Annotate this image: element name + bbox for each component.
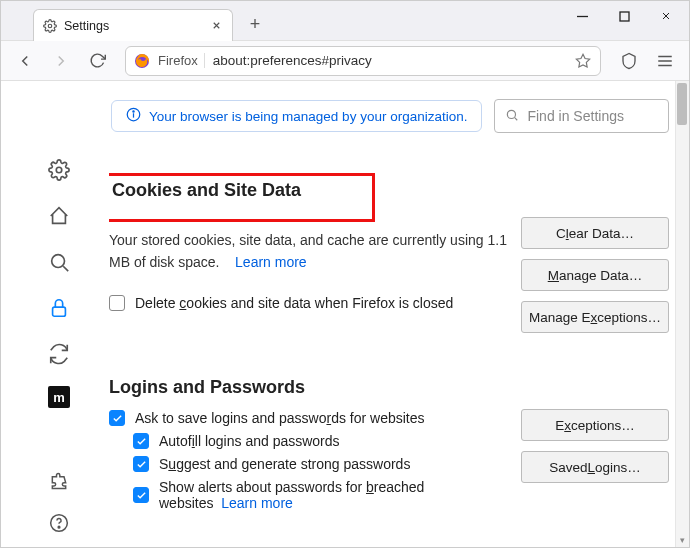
app-menu-button[interactable] <box>651 47 679 75</box>
svg-rect-1 <box>620 12 629 21</box>
settings-panel: Cookies and Site Data Your stored cookie… <box>109 171 669 547</box>
scroll-down-arrow[interactable]: ▾ <box>675 533 689 547</box>
sidebar-item-privacy[interactable] <box>45 294 73 322</box>
logins-heading: Logins and Passwords <box>109 377 513 398</box>
find-in-settings[interactable]: Find in Settings <box>494 99 669 133</box>
cookies-usage-line1: Your stored cookies, site data, and cach… <box>109 230 513 252</box>
close-window-button[interactable] <box>645 1 687 31</box>
sidebar-item-help[interactable] <box>45 509 73 537</box>
title-bar: Settings + <box>1 1 689 41</box>
breach-alerts-label: Show alerts about passwords for breached… <box>159 479 513 511</box>
url-text: about:preferences#privacy <box>213 53 566 68</box>
sidebar-item-home[interactable] <box>45 202 73 230</box>
autofill-logins-label: Autofill logins and passwords <box>159 433 340 449</box>
navigation-toolbar: Firefox about:preferences#privacy <box>1 41 689 81</box>
suggest-passwords-checkbox[interactable] <box>133 456 149 472</box>
settings-content: Your browser is being managed by your or… <box>1 81 689 547</box>
new-tab-button[interactable]: + <box>241 10 269 38</box>
sidebar-item-extensions[interactable] <box>45 467 73 495</box>
svg-line-8 <box>515 117 518 120</box>
url-bar[interactable]: Firefox about:preferences#privacy <box>125 46 601 76</box>
reload-button[interactable] <box>83 47 111 75</box>
search-icon <box>505 108 519 125</box>
highlight-annotation: Cookies and Site Data <box>109 173 375 222</box>
svg-point-10 <box>52 255 65 268</box>
svg-point-9 <box>56 167 62 173</box>
tab-title: Settings <box>64 19 202 33</box>
breach-learn-more-link[interactable]: Learn more <box>221 495 293 511</box>
svg-point-14 <box>58 526 60 528</box>
svg-line-11 <box>63 266 68 271</box>
breach-alerts-checkbox[interactable] <box>133 487 149 503</box>
scrollbar-track[interactable] <box>675 81 689 547</box>
bookmark-star-icon[interactable] <box>574 52 592 70</box>
svg-rect-12 <box>53 307 66 316</box>
autofill-logins-checkbox[interactable] <box>133 433 149 449</box>
back-button[interactable] <box>11 47 39 75</box>
close-tab-button[interactable] <box>208 18 224 34</box>
settings-sidebar: m <box>39 156 79 408</box>
cookies-learn-more-link[interactable]: Learn more <box>235 254 307 270</box>
banner-text: Your browser is being managed by your or… <box>149 109 467 124</box>
logins-exceptions-button[interactable]: Exceptions… <box>521 409 669 441</box>
sidebar-footer <box>39 467 79 537</box>
cookies-heading: Cookies and Site Data <box>112 180 366 201</box>
manage-data-button[interactable]: Manage Data… <box>521 259 669 291</box>
identity-label: Firefox <box>158 53 205 68</box>
pocket-button[interactable] <box>615 47 643 75</box>
delete-on-close-label: Delete cookies and site data when Firefo… <box>135 295 453 311</box>
browser-tab-settings[interactable]: Settings <box>33 9 233 41</box>
ask-save-logins-checkbox[interactable] <box>109 410 125 426</box>
svg-point-0 <box>48 24 52 28</box>
saved-logins-button[interactable]: Saved Logins… <box>521 451 669 483</box>
manage-exceptions-button[interactable]: Manage Exceptions… <box>521 301 669 333</box>
maximize-button[interactable] <box>603 1 645 31</box>
svg-marker-3 <box>576 54 589 67</box>
clear-data-button[interactable]: Clear Data… <box>521 217 669 249</box>
delete-on-close-checkbox[interactable] <box>109 295 125 311</box>
svg-point-6 <box>133 111 134 112</box>
sidebar-item-more-mozilla[interactable]: m <box>48 386 70 408</box>
info-icon <box>126 107 141 125</box>
gear-icon <box>42 18 58 34</box>
window-controls <box>561 1 687 31</box>
svg-point-7 <box>508 110 516 118</box>
sidebar-item-general[interactable] <box>45 156 73 184</box>
managed-org-banner[interactable]: Your browser is being managed by your or… <box>111 100 482 132</box>
sidebar-item-sync[interactable] <box>45 340 73 368</box>
sidebar-item-search[interactable] <box>45 248 73 276</box>
cookies-usage-line2: MB of disk space. <box>109 254 220 270</box>
ask-save-logins-label: Ask to save logins and passwords for web… <box>135 410 425 426</box>
search-placeholder: Find in Settings <box>527 108 624 124</box>
scrollbar-thumb[interactable] <box>677 83 687 125</box>
minimize-button[interactable] <box>561 1 603 31</box>
forward-button[interactable] <box>47 47 75 75</box>
tab-strip: Settings + <box>1 1 561 41</box>
firefox-icon <box>134 53 150 69</box>
suggest-passwords-label: Suggest and generate strong passwords <box>159 456 410 472</box>
